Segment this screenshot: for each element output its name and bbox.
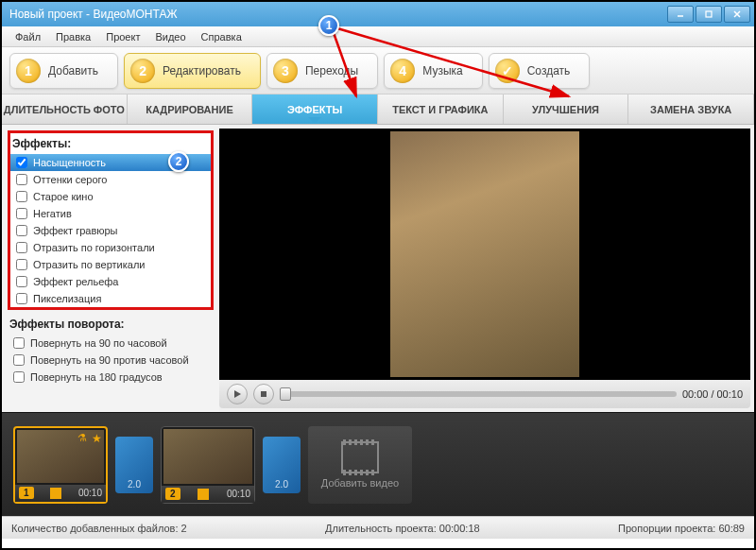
- rotate-item[interactable]: Повернуть на 90 по часовой: [8, 335, 214, 352]
- steps-bar: 1Добавить 2Редактировать 3Переходы 4Музы…: [2, 47, 754, 95]
- subtabs: ДЛИТЕЛЬНОСТЬ ФОТО КАДРИРОВАНИЕ ЭФФЕКТЫ Т…: [2, 95, 754, 125]
- rotate-list: Повернуть на 90 по часовой Повернуть на …: [8, 335, 214, 386]
- effect-item[interactable]: Оттенки серого: [10, 171, 211, 188]
- pencil-icon[interactable]: [198, 489, 209, 500]
- effect-checkbox[interactable]: [16, 225, 27, 236]
- clip-index: 2: [165, 488, 180, 500]
- rotate-checkbox[interactable]: [13, 354, 25, 366]
- step-edit[interactable]: 2Редактировать: [124, 53, 261, 89]
- maximize-button[interactable]: [696, 6, 722, 23]
- tab-effects[interactable]: ЭФФЕКТЫ: [252, 95, 378, 124]
- effect-item[interactable]: Отразить по вертикали: [10, 256, 211, 273]
- annotation-badge-2: 2: [168, 151, 189, 172]
- play-button[interactable]: [227, 384, 248, 404]
- step-num-icon: 1: [16, 59, 41, 83]
- rotate-title: Эффекты поворота:: [8, 314, 214, 335]
- menu-help[interactable]: Справка: [194, 29, 249, 44]
- flask-icon: ⚗: [77, 432, 87, 444]
- statusbar: Количество добавленных файлов: 2 Длитель…: [2, 516, 754, 539]
- effect-checkbox[interactable]: [16, 208, 27, 219]
- minimize-button[interactable]: [667, 6, 694, 23]
- close-button[interactable]: [724, 6, 750, 23]
- timeline-clip[interactable]: ⚗★ 100:10: [13, 426, 108, 504]
- seek-slider[interactable]: [280, 391, 677, 397]
- effect-checkbox[interactable]: [16, 293, 27, 304]
- tab-crop[interactable]: КАДРИРОВАНИЕ: [128, 95, 253, 124]
- transition-slot[interactable]: 2.0: [263, 437, 301, 493]
- film-icon: [341, 441, 379, 473]
- step-transitions[interactable]: 3Переходы: [266, 53, 378, 89]
- tab-duration[interactable]: ДЛИТЕЛЬНОСТЬ ФОТО: [2, 95, 128, 124]
- step-add[interactable]: 1Добавить: [9, 53, 118, 89]
- rotate-checkbox[interactable]: [13, 337, 25, 349]
- check-icon: ✓: [495, 59, 520, 83]
- svg-rect-1: [706, 11, 712, 17]
- video-canvas: [219, 129, 750, 380]
- effects-list[interactable]: Насыщенность Оттенки серого Старое кино …: [10, 154, 211, 307]
- clip-duration: 00:10: [78, 488, 102, 498]
- video-frame: [390, 131, 579, 377]
- annotation-badge-1: 1: [318, 15, 339, 36]
- menu-edit[interactable]: Правка: [48, 29, 98, 44]
- add-video-button[interactable]: Добавить видео: [308, 426, 412, 504]
- time-display: 00:00 / 00:10: [682, 388, 743, 400]
- tab-text-graphics[interactable]: ТЕКСТ И ГРАФИКА: [378, 95, 504, 124]
- rotate-item[interactable]: Повернуть на 90 против часовой: [8, 352, 214, 369]
- effect-checkbox[interactable]: [16, 259, 27, 270]
- timeline: ⚗★ 100:10 2.0 200:10 2.0 Добавить видео: [2, 412, 754, 516]
- timeline-clip[interactable]: 200:10: [161, 426, 255, 504]
- tab-enhancements[interactable]: УЛУЧШЕНИЯ: [504, 95, 629, 124]
- step-num-icon: 3: [273, 59, 298, 83]
- transition-slot[interactable]: 2.0: [115, 437, 153, 493]
- menubar: Файл Правка Проект Видео Справка: [2, 26, 754, 47]
- effect-item[interactable]: Отразить по горизонтали: [10, 239, 211, 256]
- titlebar: Новый проект - ВидеоМОНТАЖ: [2, 2, 754, 26]
- effect-checkbox[interactable]: [16, 191, 27, 202]
- effect-checkbox[interactable]: [16, 174, 27, 185]
- effect-checkbox[interactable]: [16, 276, 27, 287]
- tab-audio-replace[interactable]: ЗАМЕНА ЗВУКА: [628, 95, 754, 124]
- effect-item[interactable]: Негатив: [10, 205, 211, 222]
- clip-index: 1: [19, 487, 34, 499]
- menu-video[interactable]: Видео: [147, 29, 193, 44]
- effect-item[interactable]: Эффект рельефа: [10, 273, 211, 290]
- clip-duration: 00:10: [227, 489, 250, 499]
- menu-file[interactable]: Файл: [8, 29, 48, 44]
- rotate-checkbox[interactable]: [13, 371, 25, 383]
- step-num-icon: 4: [390, 59, 415, 83]
- app-window: Новый проект - ВидеоМОНТАЖ Файл Правка П…: [0, 0, 756, 550]
- effect-checkbox[interactable]: [16, 242, 27, 253]
- effect-checkbox[interactable]: [16, 157, 27, 168]
- preview-pane: 00:00 / 00:10: [219, 125, 754, 412]
- effect-item[interactable]: Старое кино: [10, 188, 211, 205]
- clip-thumb: [163, 429, 252, 484]
- player-controls: 00:00 / 00:10: [219, 380, 750, 408]
- effect-item[interactable]: Эффект гравюры: [10, 222, 211, 239]
- step-create[interactable]: ✓Создать: [489, 53, 591, 89]
- pencil-icon[interactable]: [50, 488, 61, 499]
- menu-project[interactable]: Проект: [98, 29, 147, 44]
- stop-button[interactable]: [253, 384, 274, 404]
- workarea: Эффекты: Насыщенность Оттенки серого Ста…: [2, 125, 754, 412]
- star-icon: ★: [92, 432, 102, 445]
- effect-item[interactable]: Пикселизация: [10, 290, 211, 307]
- seek-knob[interactable]: [280, 387, 291, 401]
- step-num-icon: 2: [130, 59, 155, 83]
- svg-rect-5: [261, 391, 266, 397]
- clip-thumb: ⚗★: [17, 430, 104, 483]
- svg-marker-4: [234, 390, 241, 398]
- rotate-item[interactable]: Повернуть на 180 градусов: [8, 369, 214, 386]
- step-music[interactable]: 4Музыка: [384, 53, 482, 89]
